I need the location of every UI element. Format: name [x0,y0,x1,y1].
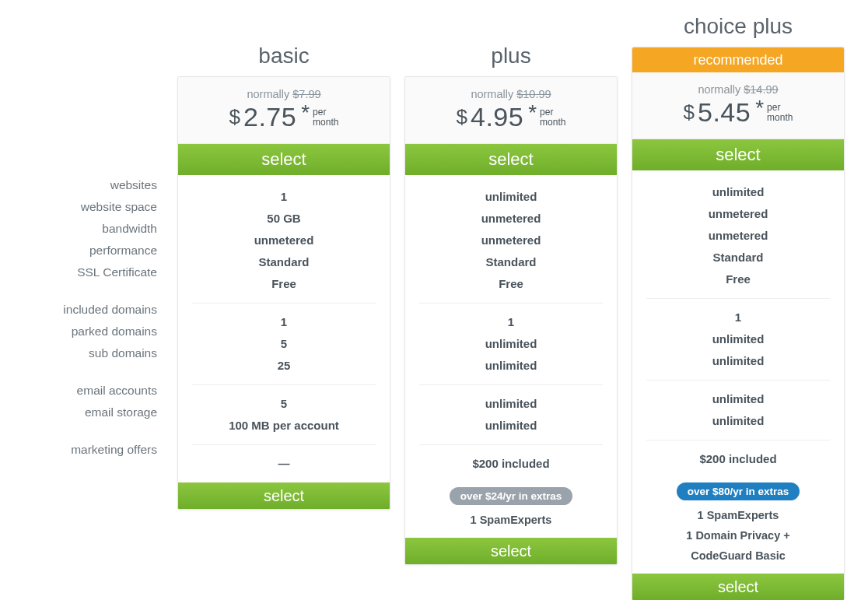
feature-value: Standard [405,251,617,273]
select-button-top[interactable]: select [405,144,617,175]
divider [646,298,830,299]
feature-values: unlimitedunmeteredunmeteredStandardFree1… [632,170,844,478]
select-button-top[interactable]: select [632,139,844,170]
extra-line: 1 SpamExperts [405,510,617,530]
feature-value: 1 [632,307,844,328]
feature-value: — [178,453,390,475]
feature-value: unmetered [405,230,617,251]
extras-block: over $80/yr in extras1 SpamExperts1 Doma… [632,478,844,574]
asterisk-icon: * [755,96,764,121]
feature-values: unlimitedunmeteredunmeteredStandardFree1… [405,175,617,482]
normally-text: normally $14.99 [639,83,838,96]
extra-line: CodeGuard Basic [632,546,844,566]
feature-value: 50 GB [178,208,390,230]
feature-value: 1 [405,311,617,333]
feature-value: unlimited [405,186,617,208]
normally-text: normally $7.99 [184,88,383,100]
feature-value: 25 [178,355,390,377]
feature-value: unlimited [632,328,844,350]
plan-card-plus: plusnormally $10.99$4.95*permonthselectu… [404,14,618,600]
feature-label: included domains [0,299,163,321]
dollar-sign: $ [684,100,695,125]
feature-value: unlimited [405,333,617,355]
feature-label: websites [0,174,163,196]
badge-slot [404,14,618,44]
asterisk-icon: * [528,100,537,125]
badge-slot [177,14,390,44]
select-button-bottom[interactable]: select [632,574,844,600]
feature-value: 1 [178,311,390,333]
plan-title: basic [177,44,390,76]
price-line: $4.95*permonth [411,102,611,132]
feature-labels-column: websiteswebsite spacebandwidthperformanc… [0,14,163,461]
plan-box: recommendednormally $14.99$5.45*permonth… [632,47,845,600]
feature-value: unmetered [632,203,844,225]
feature-label: SSL Certificate [0,261,163,283]
plan-box: normally $10.99$4.95*permonthselectunlim… [404,76,618,565]
plan-card-basic: basicnormally $7.99$2.75*permonthselect1… [177,14,390,600]
feature-value: unlimited [632,410,844,432]
old-price: $10.99 [516,88,551,100]
feature-value: unmetered [405,208,617,230]
feature-value: unlimited [405,415,617,437]
feature-label: performance [0,240,163,261]
per-month: permonth [540,107,565,127]
feature-label: bandwidth [0,218,163,240]
plan-title: plus [404,44,618,76]
feature-value: Free [405,273,617,295]
price-amount: 5.45 [698,97,751,128]
feature-value: unmetered [178,230,390,251]
divider [419,384,603,385]
asterisk-icon: * [301,100,310,125]
feature-value: 1 [178,186,390,208]
feature-value: Free [178,273,390,295]
normally-text: normally $10.99 [411,88,611,100]
feature-value: 5 [178,333,390,355]
feature-label: email accounts [0,380,163,402]
plan-title: choice plus [632,14,845,47]
old-price: $7.99 [292,88,320,100]
extras-block: over $24/yr in extras1 SpamExperts [405,482,617,538]
feature-value: $200 included [405,453,617,475]
dollar-sign: $ [457,105,467,129]
divider [192,384,376,385]
plan-box: normally $7.99$2.75*permonthselect150 GB… [177,76,390,510]
per-month: permonth [313,107,338,127]
feature-label: website space [0,196,163,218]
feature-value: unlimited [632,181,844,203]
feature-value: unlimited [632,350,844,372]
feature-value: Standard [178,251,390,273]
feature-label: sub domains [0,342,163,364]
price-line: $5.45*permonth [639,97,838,128]
divider [419,444,603,445]
price-block: normally $14.99$5.45*permonth [632,72,844,139]
feature-value: Standard [632,247,844,268]
select-button-bottom[interactable]: select [405,538,617,564]
feature-value: unlimited [632,388,844,410]
recommended-badge: recommended [632,47,844,72]
pricing-table: websiteswebsite spacebandwidthperformanc… [0,0,868,600]
divider [192,303,376,304]
feature-values: 150 GBunmeteredStandardFree15255100 MB p… [178,175,390,482]
price-amount: 4.95 [471,102,523,132]
extras-pill: over $80/yr in extras [677,482,800,500]
price-amount: 2.75 [243,102,296,132]
price-block: normally $7.99$2.75*permonth [178,77,390,144]
extras-pill: over $24/yr in extras [450,487,573,505]
extra-line: 1 Domain Privacy + [632,525,844,546]
extra-line: 1 SpamExperts [632,505,844,525]
divider [646,440,830,440]
feature-value: 100 MB per account [178,415,390,437]
price-block: normally $10.99$4.95*permonth [405,77,617,144]
feature-value: unmetered [632,225,844,247]
select-button-top[interactable]: select [178,144,390,175]
old-price: $14.99 [744,83,778,96]
feature-label: email storage [0,402,163,423]
feature-value: unlimited [405,393,617,415]
feature-label: marketing offers [0,439,163,461]
plan-card-choice-plus: choice plusrecommendednormally $14.99$5.… [632,14,845,600]
select-button-bottom[interactable]: select [178,482,390,509]
feature-value: $200 included [632,448,844,470]
feature-label: parked domains [0,321,163,342]
divider [646,380,830,381]
